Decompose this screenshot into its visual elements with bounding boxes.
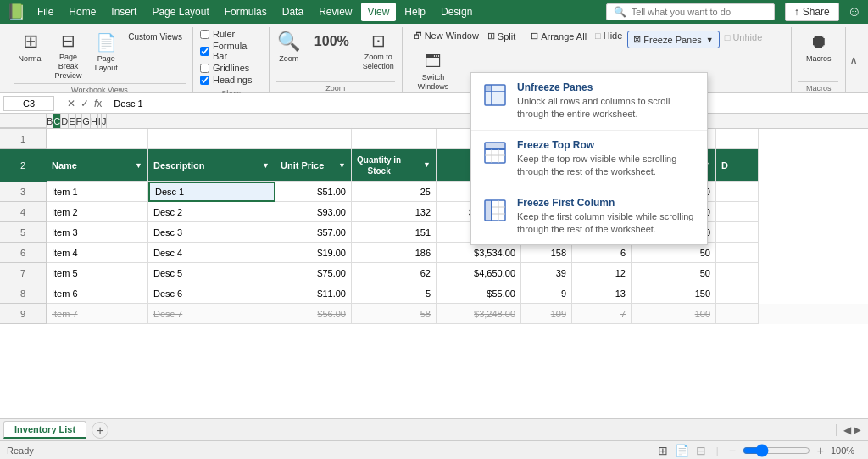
cell-E6[interactable]: 186 — [352, 243, 437, 263]
col-header-J[interactable]: J — [102, 114, 108, 129]
cell-J5[interactable] — [716, 222, 759, 243]
cell-E7[interactable]: 62 — [352, 263, 437, 283]
cell-J4[interactable] — [716, 202, 759, 222]
row-num-6[interactable]: 6 — [0, 243, 47, 263]
view-normal-icon[interactable]: ⊞ — [658, 444, 668, 457]
cell-C1[interactable] — [148, 129, 275, 149]
cell-B4[interactable]: Item 2 — [47, 202, 148, 222]
menu-insert[interactable]: Insert — [104, 3, 143, 21]
cancel-formula-icon[interactable]: ✕ — [65, 98, 77, 109]
insert-function-icon[interactable]: fx — [92, 98, 103, 109]
cell-H9[interactable]: 7 — [572, 304, 632, 324]
menu-home[interactable]: Home — [62, 3, 103, 21]
arrange-all-button[interactable]: ⊟ Arrange All — [527, 29, 590, 43]
cell-F6[interactable]: $3,534.00 — [437, 243, 521, 263]
ruler-checkbox[interactable]: Ruler — [200, 29, 235, 39]
custom-views-button[interactable]: Custom Views — [125, 29, 186, 43]
macros-button[interactable]: ⏺ Macros — [798, 29, 840, 64]
page-break-button[interactable]: ⊟ Page BreakPreview — [49, 29, 87, 81]
cell-I8[interactable]: 150 — [632, 283, 716, 304]
row-num-3[interactable]: 3 — [0, 182, 47, 202]
cell-B1[interactable] — [47, 129, 148, 149]
col-header-G[interactable]: G — [82, 114, 91, 129]
cell-E3[interactable]: 25 — [352, 182, 437, 202]
normal-view-button[interactable]: ⊞ Normal — [14, 29, 47, 64]
cell-E5[interactable]: 151 — [352, 222, 437, 243]
cell-H7[interactable]: 12 — [572, 263, 632, 283]
cell-B7[interactable]: Item 5 — [47, 263, 148, 283]
menu-review[interactable]: Review — [312, 3, 359, 21]
menu-page-layout[interactable]: Page Layout — [145, 3, 215, 21]
cell-B8[interactable]: Item 6 — [47, 283, 148, 304]
unfreeze-panes-option[interactable]: Unfreeze Panes Unlock all rows and colum… — [471, 73, 707, 131]
cell-E9[interactable]: 58 — [352, 304, 437, 324]
header-name[interactable]: Name ▼ — [47, 149, 148, 182]
menu-help[interactable]: Help — [398, 3, 432, 21]
formula-bar-checkbox[interactable]: Formula Bar — [200, 41, 262, 61]
menu-formulas[interactable]: Formulas — [218, 3, 274, 21]
cell-J6[interactable] — [716, 243, 759, 263]
freeze-first-col-option[interactable]: Freeze First Column Keep the first colum… — [471, 188, 707, 245]
view-page-break-icon[interactable]: ⊟ — [696, 444, 706, 457]
cell-E8[interactable]: 5 — [352, 283, 437, 304]
menu-view[interactable]: View — [361, 3, 397, 21]
cell-C9[interactable]: Desc 7 — [148, 304, 275, 324]
gridlines-checkbox-input[interactable] — [200, 64, 209, 73]
formula-bar-checkbox-input[interactable] — [200, 47, 209, 56]
headings-checkbox-input[interactable] — [200, 76, 209, 85]
ruler-checkbox-input[interactable] — [200, 30, 209, 39]
cell-I7[interactable]: 50 — [632, 263, 716, 283]
new-window-button[interactable]: 🗗 New Window — [409, 29, 482, 42]
view-page-layout-icon[interactable]: 📄 — [675, 444, 689, 457]
confirm-formula-icon[interactable]: ✓ — [79, 98, 91, 109]
row-num-1[interactable]: 1 — [0, 129, 47, 149]
zoom-in-button[interactable]: + — [817, 444, 824, 457]
cell-J8[interactable] — [716, 283, 759, 304]
cell-B6[interactable]: Item 4 — [47, 243, 148, 263]
cell-D5[interactable]: $57.00 — [275, 222, 352, 243]
name-dropdown[interactable]: ▼ — [135, 161, 142, 170]
cell-J1[interactable] — [716, 129, 759, 149]
cell-B3[interactable]: Item 1 — [47, 182, 148, 202]
hide-button[interactable]: □ Hide — [592, 29, 626, 42]
col-header-B[interactable]: B — [47, 114, 53, 129]
cell-G9[interactable]: 109 — [521, 304, 572, 324]
cell-C7[interactable]: Desc 5 — [148, 263, 275, 283]
cell-C5[interactable]: Desc 3 — [148, 222, 275, 243]
headings-checkbox[interactable]: Headings — [200, 75, 252, 85]
zoom-selection-button[interactable]: ⊡ Zoom toSelection — [358, 29, 399, 73]
header-description[interactable]: Description ▼ — [148, 149, 275, 182]
search-bar[interactable]: 🔍 — [606, 3, 775, 20]
scroll-right-sheets[interactable]: ▶ — [854, 425, 861, 434]
cell-B9[interactable]: Item 7 — [47, 304, 148, 324]
cell-reference-input[interactable] — [3, 96, 54, 111]
add-sheet-button[interactable]: + — [92, 422, 108, 439]
cell-D1[interactable] — [275, 129, 352, 149]
cell-D9[interactable]: $56.00 — [275, 304, 352, 324]
scroll-left-sheets[interactable]: ◀ — [843, 424, 851, 436]
cell-F9[interactable]: $3,248.00 — [437, 304, 521, 324]
cell-I6[interactable]: 50 — [632, 243, 716, 263]
cell-C6[interactable]: Desc 4 — [148, 243, 275, 263]
row-num-2[interactable]: 2 — [0, 149, 47, 182]
cell-F7[interactable]: $4,650.00 — [437, 263, 521, 283]
col-header-F[interactable]: F — [76, 114, 83, 129]
cell-J9[interactable] — [716, 304, 759, 324]
freeze-panes-button[interactable]: ⊠ Freeze Panes ▼ — [627, 31, 719, 48]
row-num-7[interactable]: 7 — [0, 263, 47, 283]
cell-G7[interactable]: 39 — [521, 263, 572, 283]
cell-B5[interactable]: Item 3 — [47, 222, 148, 243]
cell-F8[interactable]: $55.00 — [437, 283, 521, 304]
cell-D6[interactable]: $19.00 — [275, 243, 352, 263]
header-col-j[interactable]: D — [716, 149, 759, 182]
menu-data[interactable]: Data — [275, 3, 310, 21]
cell-D8[interactable]: $11.00 — [275, 283, 352, 304]
header-qty-stock[interactable]: Quantity inStock ▼ — [352, 149, 437, 182]
zoom-100-button[interactable]: 100% — [309, 29, 354, 53]
cell-D7[interactable]: $75.00 — [275, 263, 352, 283]
switch-windows-button[interactable]: 🗔 SwitchWindows — [413, 50, 454, 93]
page-layout-view-button[interactable]: 📄 PageLayout — [89, 29, 123, 75]
cell-C3[interactable]: Desc 1 — [148, 182, 275, 202]
price-dropdown[interactable]: ▼ — [338, 161, 346, 170]
row-num-5[interactable]: 5 — [0, 222, 47, 243]
